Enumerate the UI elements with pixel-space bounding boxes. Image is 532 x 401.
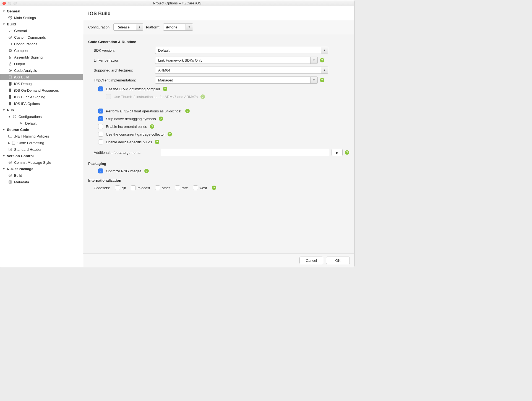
content-pane: iOS Build Configuration: Release ▼ Platf… bbox=[83, 6, 354, 267]
help-icon[interactable]: ? bbox=[144, 169, 149, 173]
sidebar-item-code-formatting[interactable]: ▶ Code Formatting bbox=[0, 139, 83, 146]
help-icon[interactable]: ? bbox=[200, 94, 205, 99]
sidebar-item-ios-bundle-signing[interactable]: iOS Bundle Signing bbox=[0, 94, 83, 100]
chevron-down-icon: ▼ bbox=[310, 77, 317, 83]
checkbox-optimize-png[interactable]: Optimize PNG images ? bbox=[98, 168, 349, 173]
sidebar-item-configurations[interactable]: Configurations bbox=[0, 41, 83, 47]
ok-button[interactable]: OK bbox=[326, 257, 350, 264]
label: General bbox=[14, 29, 27, 33]
sidebar-item-build-general[interactable]: General bbox=[0, 27, 83, 34]
chevron-down-icon: ▼ bbox=[186, 24, 193, 30]
checkbox-icon bbox=[98, 116, 103, 121]
help-icon[interactable]: ? bbox=[320, 58, 324, 62]
svg-point-22 bbox=[9, 174, 12, 177]
label: Enable incremental builds bbox=[106, 125, 147, 129]
checkbox-incremental[interactable]: Enable incremental builds ? bbox=[98, 124, 349, 129]
row-architectures: Supported architectures: ARM64 ▼ bbox=[88, 67, 349, 74]
minimize-window-button[interactable] bbox=[8, 2, 11, 5]
help-icon[interactable]: ? bbox=[212, 186, 216, 190]
document-icon bbox=[11, 141, 16, 145]
label: iOS Debug bbox=[14, 82, 32, 86]
sidebar-section-build[interactable]: ▼ Build bbox=[0, 21, 83, 27]
checkbox-gc[interactable]: Use the concurrent garbage collector ? bbox=[98, 132, 349, 137]
sidebar-item-main-settings[interactable]: Main Settings bbox=[0, 14, 83, 21]
sidebar-item-compiler[interactable]: Compiler bbox=[0, 47, 83, 54]
sidebar-item-ios-build[interactable]: iOS Build bbox=[0, 74, 83, 80]
chevron-down-icon: ▼ bbox=[2, 10, 5, 13]
checkbox-llvm[interactable]: Use the LLVM optimizing compiler ? bbox=[98, 86, 349, 91]
text: arguments: bbox=[122, 151, 141, 155]
chevron-down-icon: ▼ bbox=[2, 154, 5, 157]
sidebar-item-run-default[interactable]: Default bbox=[0, 120, 83, 126]
label: Standard Header bbox=[14, 147, 41, 152]
list-icon bbox=[8, 180, 12, 184]
sidebar-item-output[interactable]: Output bbox=[0, 60, 83, 67]
label: Output bbox=[14, 62, 25, 66]
sidebar-section-nuget[interactable]: ▼ NuGet Package bbox=[0, 166, 83, 172]
checkbox-mideast[interactable]: mideast bbox=[131, 185, 150, 190]
label: Strip native debugging symbols bbox=[106, 117, 156, 121]
device-icon bbox=[8, 88, 12, 93]
checkbox-west[interactable]: west bbox=[193, 185, 207, 190]
sidebar-item-standard-header[interactable]: Standard Header bbox=[0, 146, 83, 153]
help-icon[interactable]: ? bbox=[159, 117, 163, 121]
codesets-label: Codesets: bbox=[94, 186, 110, 190]
checkbox-cjk[interactable]: cjk bbox=[115, 185, 126, 190]
help-icon[interactable]: ? bbox=[185, 109, 190, 113]
help-icon[interactable]: ? bbox=[150, 124, 154, 129]
help-icon[interactable]: ? bbox=[163, 87, 167, 91]
cancel-button[interactable]: Cancel bbox=[299, 257, 323, 264]
sidebar-item-nuget-metadata[interactable]: Metadata bbox=[0, 179, 83, 185]
sidebar-item-ios-debug[interactable]: iOS Debug bbox=[0, 80, 83, 87]
checkbox-device-specific[interactable]: Enable device-specific builds ? bbox=[98, 139, 349, 144]
gear-icon bbox=[8, 15, 12, 20]
sidebar-item-code-analysis[interactable]: Code Analysis bbox=[0, 67, 83, 74]
sidebar-section-general[interactable]: ▼ General bbox=[0, 8, 83, 14]
sidebar-item-commit-style[interactable]: Commit Message Style bbox=[0, 159, 83, 166]
help-icon[interactable]: ? bbox=[155, 140, 159, 144]
sidebar-item-run-configurations[interactable]: ▼ Configurations bbox=[0, 113, 83, 120]
platform-select[interactable]: iPhone ▼ bbox=[163, 23, 193, 31]
expand-button[interactable]: ▶ bbox=[332, 149, 343, 156]
chevron-right-icon: ▶ bbox=[8, 141, 11, 144]
mtouch-input[interactable] bbox=[161, 149, 329, 156]
sidebar-section-run[interactable]: ▼ Run bbox=[0, 107, 83, 113]
label: Use Thumb-2 instruction set for ARMv7 an… bbox=[114, 95, 198, 99]
sidebar-item-ios-ipa-options[interactable]: iOS IPA Options bbox=[0, 100, 83, 107]
label: Build bbox=[14, 173, 22, 178]
http-select[interactable]: Managed ▼ bbox=[155, 76, 318, 84]
svg-point-20 bbox=[9, 161, 12, 164]
help-icon[interactable]: ? bbox=[345, 150, 349, 155]
checkbox-float64[interactable]: Perform all 32-bit float operations as 6… bbox=[98, 109, 349, 114]
device-icon bbox=[8, 81, 12, 86]
sidebar-section-version-control[interactable]: ▼ Version Control bbox=[0, 153, 83, 159]
sidebar-item-custom-commands[interactable]: Custom Commands bbox=[0, 34, 83, 41]
zoom-window-button[interactable] bbox=[14, 2, 17, 5]
help-icon[interactable]: ? bbox=[320, 78, 324, 82]
window-body: ▼ General Main Settings ▼ Build General bbox=[0, 6, 354, 267]
configuration-select[interactable]: Release ▼ bbox=[113, 23, 143, 31]
checkbox-rare[interactable]: rare bbox=[175, 185, 188, 190]
sidebar-item-nuget-build[interactable]: Build bbox=[0, 172, 83, 179]
checkbox-other[interactable]: other bbox=[155, 185, 170, 190]
sdk-select[interactable]: Default ▼ bbox=[155, 47, 328, 54]
sidebar-item-ios-ondemand[interactable]: iOS On-Demand Resources bbox=[0, 87, 83, 94]
device-icon bbox=[8, 95, 12, 99]
close-window-button[interactable] bbox=[2, 2, 6, 5]
sidebar-item-assembly-signing[interactable]: Assembly Signing bbox=[0, 54, 83, 60]
label: Compiler bbox=[14, 49, 28, 53]
help-icon[interactable]: ? bbox=[168, 132, 172, 136]
row-mtouch: Additional mtouch arguments: ▶ ? bbox=[88, 149, 349, 156]
linker-select[interactable]: Link Framework SDKs Only ▼ bbox=[155, 57, 318, 64]
arch-label: Supported architectures: bbox=[88, 68, 152, 72]
arch-select[interactable]: ARM64 ▼ bbox=[155, 67, 328, 74]
sidebar-item-naming-policies[interactable]: .NET Naming Policies bbox=[0, 133, 83, 139]
checkbox-icon bbox=[98, 168, 103, 173]
label: Main Settings bbox=[14, 16, 36, 20]
label: iOS Bundle Signing bbox=[14, 95, 45, 99]
label: iOS On-Demand Resources bbox=[14, 88, 59, 93]
checkbox-strip-symbols[interactable]: Strip native debugging symbols ? bbox=[98, 116, 349, 121]
sidebar-section-source-code[interactable]: ▼ Source Code bbox=[0, 126, 83, 133]
gear-icon bbox=[8, 35, 12, 39]
svg-point-5 bbox=[11, 50, 11, 51]
